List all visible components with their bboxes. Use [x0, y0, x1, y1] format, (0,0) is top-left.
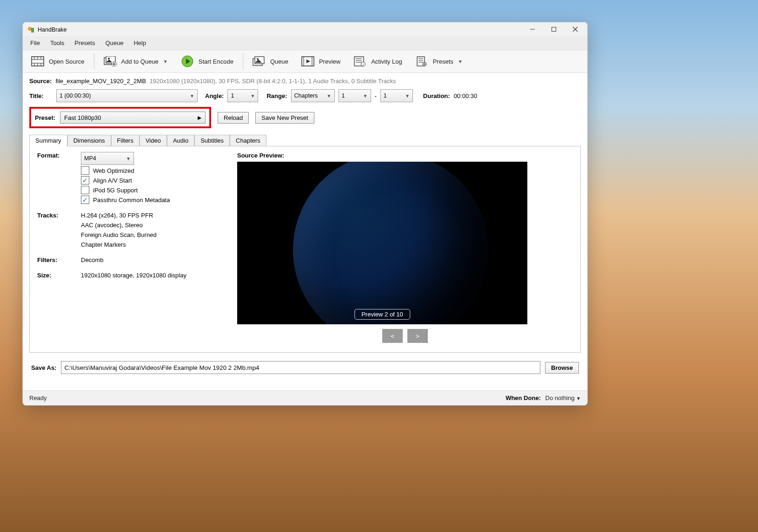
preset-value: Fast 1080p30	[64, 114, 101, 121]
angle-select[interactable]: 1▼	[227, 89, 258, 102]
tab-body: Format: MP4▼ Web Optimized ✓Align A/V St…	[29, 146, 581, 353]
title-select[interactable]: 1 (00:00:30)▼	[56, 89, 198, 102]
start-encode-button[interactable]: Start Encode	[175, 53, 239, 69]
app-title: HandBrake	[38, 26, 67, 33]
preview-title: Source Preview:	[237, 152, 573, 159]
range-to-value: 1	[384, 92, 387, 99]
range-dash: -	[375, 92, 377, 99]
tab-filters[interactable]: Filters	[111, 135, 140, 146]
log-icon: i	[353, 56, 366, 66]
film-icon	[31, 56, 44, 66]
title-value: 1 (00:00:30)	[60, 92, 91, 99]
svg-rect-1	[31, 28, 34, 33]
separator	[94, 53, 94, 70]
range-to-select[interactable]: 1▼	[380, 89, 413, 102]
title-label: Title:	[29, 92, 53, 99]
status-text: Ready	[29, 394, 47, 401]
track-line: Chapter Markers	[81, 241, 223, 248]
menu-queue[interactable]: Queue	[100, 38, 128, 48]
preview-col: Source Preview: Preview 2 of 10 < >	[237, 152, 573, 343]
tab-audio[interactable]: Audio	[167, 135, 194, 146]
tab-dimensions[interactable]: Dimensions	[67, 135, 111, 146]
svg-point-0	[28, 27, 32, 31]
menu-file[interactable]: File	[26, 38, 45, 48]
tab-chapters[interactable]: Chapters	[230, 135, 266, 146]
preview-prev-button[interactable]: <	[382, 329, 403, 343]
menu-presets[interactable]: Presets	[70, 38, 100, 48]
preview-label: Preview	[319, 58, 340, 65]
play-icon	[181, 56, 194, 66]
minimize-button[interactable]	[526, 26, 539, 33]
close-button[interactable]	[569, 26, 582, 33]
tab-subtitles[interactable]: Subtitles	[194, 135, 230, 146]
chevron-down-icon: ▼	[458, 59, 463, 64]
svg-point-24	[257, 58, 259, 60]
menu-tools[interactable]: Tools	[46, 38, 69, 48]
format-select[interactable]: MP4▼	[81, 152, 134, 165]
tabs: Summary Dimensions Filters Video Audio S…	[29, 135, 581, 146]
size-label: Size:	[37, 272, 81, 279]
preset-highlight: Preset: Fast 1080p30 ▶	[29, 107, 211, 128]
when-done-select[interactable]: Do nothing ▼	[545, 394, 581, 401]
save-preset-button[interactable]: Save New Preset	[255, 112, 314, 124]
preview-next-button[interactable]: >	[407, 329, 428, 343]
preview-index-label: Preview 2 of 10	[354, 309, 410, 320]
tracks-label: Tracks:	[37, 212, 81, 248]
chevron-down-icon: ▼	[363, 93, 368, 99]
reload-button[interactable]: Reload	[218, 112, 249, 124]
maximize-button[interactable]	[547, 26, 560, 33]
saveas-input[interactable]	[61, 361, 540, 374]
presets-button[interactable]: Presets ▼	[410, 53, 468, 69]
chevron-down-icon: ▼	[327, 93, 332, 99]
add-queue-label: Add to Queue	[121, 58, 159, 65]
chevron-down-icon: ▼	[405, 93, 410, 99]
toolbar: Open Source Add to Queue ▼ Start Encode …	[23, 50, 587, 73]
menubar: File Tools Presets Queue Help	[23, 36, 587, 50]
range-from-select[interactable]: 1▼	[339, 89, 371, 102]
presets-icon	[415, 56, 428, 66]
range-label: Range:	[266, 92, 287, 99]
when-done-label: When Done:	[505, 394, 541, 401]
queue-label: Queue	[270, 58, 288, 65]
source-label: Source:	[29, 78, 52, 85]
format-label: Format:	[37, 152, 81, 205]
tab-video[interactable]: Video	[140, 135, 167, 146]
align-av-checkbox[interactable]: ✓Align A/V Start	[81, 176, 223, 184]
start-encode-label: Start Encode	[199, 58, 233, 65]
add-queue-button[interactable]: Add to Queue ▼	[98, 53, 173, 69]
preview-icon	[301, 56, 314, 66]
app-window: HandBrake File Tools Presets Queue Help …	[22, 22, 588, 406]
summary-left: Format: MP4▼ Web Optimized ✓Align A/V St…	[37, 152, 223, 343]
web-optimized-checkbox[interactable]: Web Optimized	[81, 166, 223, 175]
preset-label: Preset:	[35, 114, 55, 121]
open-source-label: Open Source	[49, 58, 85, 65]
range-mode-select[interactable]: Chapters▼	[291, 89, 335, 102]
presets-label: Presets	[433, 58, 453, 65]
content: Source: file_example_MOV_1920_2_2MB 1920…	[23, 73, 587, 390]
browse-button[interactable]: Browse	[545, 362, 579, 374]
passthru-checkbox[interactable]: ✓Passthru Common Metadata	[81, 196, 223, 204]
format-value: MP4	[84, 155, 96, 162]
activity-log-button[interactable]: i Activity Log	[348, 53, 407, 69]
preview-button[interactable]: Preview	[296, 53, 346, 69]
range-from-value: 1	[342, 92, 345, 99]
preset-select[interactable]: Fast 1080p30 ▶	[60, 112, 206, 124]
tab-summary[interactable]: Summary	[29, 135, 67, 146]
source-preview: Preview 2 of 10	[237, 162, 527, 324]
range-mode-value: Chapters	[294, 92, 318, 99]
app-icon	[27, 26, 35, 33]
size-value: 1920x1080 storage, 1920x1080 display	[81, 272, 223, 279]
earth-graphic	[293, 162, 488, 324]
menu-help[interactable]: Help	[129, 38, 151, 48]
titlebar: HandBrake	[23, 22, 587, 36]
open-source-button[interactable]: Open Source	[26, 53, 90, 69]
chevron-down-icon: ▼	[190, 93, 194, 99]
filters-value: Decomb	[81, 256, 223, 263]
chevron-down-icon: ▼	[576, 396, 581, 401]
track-line: AAC (avcodec), Stereo	[81, 222, 223, 229]
queue-button[interactable]: Queue	[247, 53, 294, 69]
ipod-checkbox[interactable]: iPod 5G Support	[81, 186, 223, 194]
chevron-down-icon: ▼	[126, 156, 131, 161]
activity-log-label: Activity Log	[371, 58, 402, 65]
chevron-down-icon: ▼	[251, 93, 255, 99]
